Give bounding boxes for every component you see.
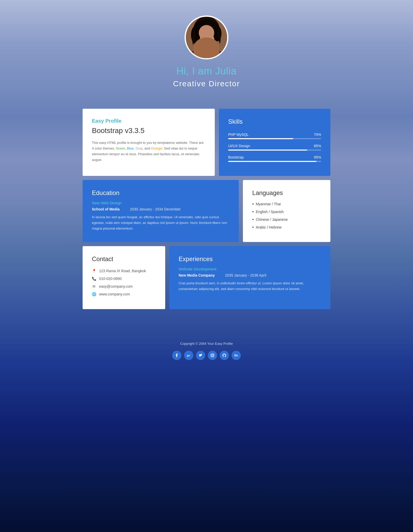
experiences-card: Experiences Website Development New Medi…	[169, 246, 330, 309]
skill-bootstrap-bar-fill	[228, 161, 316, 162]
skills-title: Skills	[228, 118, 321, 125]
contact-email-text: easy@company.com	[99, 284, 133, 288]
easy-profile-description: This easy HTML profile is brought to you…	[92, 140, 205, 163]
email-icon: ✉	[92, 284, 96, 288]
svg-rect-2	[203, 42, 210, 50]
svg-point-10	[209, 36, 211, 38]
footer-copyright: Copyright © 2084 Your Easy Profile	[5, 342, 408, 346]
education-description: In lacinia leo sed quam feugiat, ac effi…	[92, 214, 229, 231]
social-instagram[interactable]	[208, 351, 217, 360]
main-content: Easy Profile Bootstrap v3.3.5 This easy …	[77, 109, 336, 329]
education-subtitle: New Web Design	[92, 201, 229, 205]
hero-title: Creative Director	[5, 79, 408, 88]
skill-bootstrap: Bootstrap 95%	[228, 155, 321, 162]
skill-php-bar-bg	[228, 138, 321, 139]
lang-english: English / Spanish	[252, 209, 321, 214]
skill-uiux-name: UI/UX Design	[228, 144, 250, 148]
svg-point-17	[213, 354, 214, 355]
footer: Copyright © 2084 Your Easy Profile g+	[0, 329, 413, 370]
avatar	[185, 15, 228, 59]
experiences-company: New Media Company	[179, 273, 215, 277]
skill-php-bar-fill	[228, 138, 293, 139]
contact-website-text: www.company.com	[99, 292, 130, 296]
experiences-subtitle: Website Development	[179, 267, 321, 271]
easy-profile-card: Easy Profile Bootstrap v3.3.5 This easy …	[83, 109, 215, 176]
contact-title: Contact	[92, 255, 156, 263]
skill-uiux-bar-fill	[228, 150, 307, 151]
skill-bootstrap-bar-bg	[228, 161, 321, 162]
easy-profile-subtitle: Bootstrap v3.3.5	[92, 127, 205, 135]
skill-php-percent: 70%	[314, 132, 321, 137]
easy-profile-title: Easy Profile	[92, 118, 205, 124]
languages-list: Myanmar / Thai English / Spanish Chinese…	[252, 202, 321, 230]
svg-point-12	[210, 36, 211, 37]
phone-icon: 📞	[92, 277, 96, 281]
contact-address: 📍 123 Rama IX Road, Bangkok	[92, 269, 156, 273]
lang-chinese: Chinese / Japanese	[252, 217, 321, 222]
globe-icon: 🌐	[92, 292, 96, 296]
experiences-title: Experiences	[179, 255, 321, 263]
avatar-image	[186, 17, 227, 58]
education-card: Education New Web Design School of Media…	[83, 180, 239, 242]
contact-address-text: 123 Rama IX Road, Bangkok	[99, 269, 146, 273]
social-github[interactable]	[220, 351, 229, 360]
skill-bootstrap-percent: 95%	[314, 155, 321, 159]
behance-label: Be	[234, 354, 238, 357]
contact-website: 🌐 www.company.com	[92, 292, 156, 296]
svg-point-9	[202, 36, 204, 38]
social-twitter[interactable]	[196, 351, 205, 360]
skill-uiux-header: UI/UX Design 85%	[228, 144, 321, 148]
languages-title: Languages	[252, 189, 321, 197]
location-icon: 📍	[92, 269, 96, 273]
social-icons-row: g+ Be	[5, 351, 408, 360]
languages-card: Languages Myanmar / Thai English / Spani…	[243, 180, 330, 242]
svg-text:g+: g+	[187, 354, 190, 357]
education-title: Education	[92, 189, 229, 197]
svg-point-8	[208, 35, 212, 38]
hero-section: Hi, I am Julia Creative Director	[0, 0, 413, 109]
contact-card: Contact 📍 123 Rama IX Road, Bangkok 📞 01…	[83, 246, 165, 309]
lang-myanmar: Myanmar / Thai	[252, 202, 321, 206]
skill-php-header: PHP MySQL 70%	[228, 132, 321, 137]
svg-rect-15	[211, 354, 214, 357]
hero-greeting: Hi, I am Julia	[5, 66, 408, 77]
social-google-plus[interactable]: g+	[184, 351, 193, 360]
skill-uiux: UI/UX Design 85%	[228, 144, 321, 151]
skill-uiux-percent: 85%	[314, 144, 321, 148]
education-dates: 2030 January - 2034 December	[130, 207, 181, 211]
skill-bootstrap-name: Bootstrap	[228, 155, 244, 159]
skill-uiux-bar-bg	[228, 150, 321, 151]
color-green: Green	[116, 146, 125, 150]
social-behance[interactable]: Be	[232, 351, 241, 360]
skill-php-name: PHP MySQL	[228, 132, 249, 137]
svg-point-7	[201, 35, 205, 38]
svg-point-13	[206, 46, 207, 48]
experiences-description: Cras porta tincidunt sem, in sollicitudi…	[179, 280, 321, 292]
svg-point-11	[203, 36, 204, 37]
contact-email: ✉ easy@company.com	[92, 284, 156, 288]
skill-bootstrap-header: Bootstrap 95%	[228, 155, 321, 159]
experiences-dates: 2035 January - 2036 April	[225, 273, 266, 277]
row-2: Education New Web Design School of Media…	[83, 180, 330, 242]
contact-phone: 📞 010-020-0890	[92, 277, 156, 281]
row-3: Contact 📍 123 Rama IX Road, Bangkok 📞 01…	[83, 246, 330, 309]
svg-point-3	[198, 28, 215, 46]
education-school: School of Media	[92, 207, 120, 211]
color-orange: Orange	[151, 146, 162, 150]
color-blue: Blue	[127, 146, 134, 150]
skills-card: Skills PHP MySQL 70% UI/UX Design 85%	[219, 109, 330, 176]
color-gray: Gray	[136, 146, 142, 150]
skill-php: PHP MySQL 70%	[228, 132, 321, 139]
lang-arabic: Arabic / Hebrew	[252, 225, 321, 230]
experiences-company-row: New Media Company 2035 January - 2036 Ap…	[179, 273, 321, 277]
row-1: Easy Profile Bootstrap v3.3.5 This easy …	[83, 109, 330, 176]
social-facebook[interactable]	[172, 351, 181, 360]
education-school-row: School of Media 2030 January - 2034 Dece…	[92, 207, 229, 211]
contact-phone-text: 010-020-0890	[99, 277, 122, 281]
svg-point-16	[212, 355, 213, 356]
